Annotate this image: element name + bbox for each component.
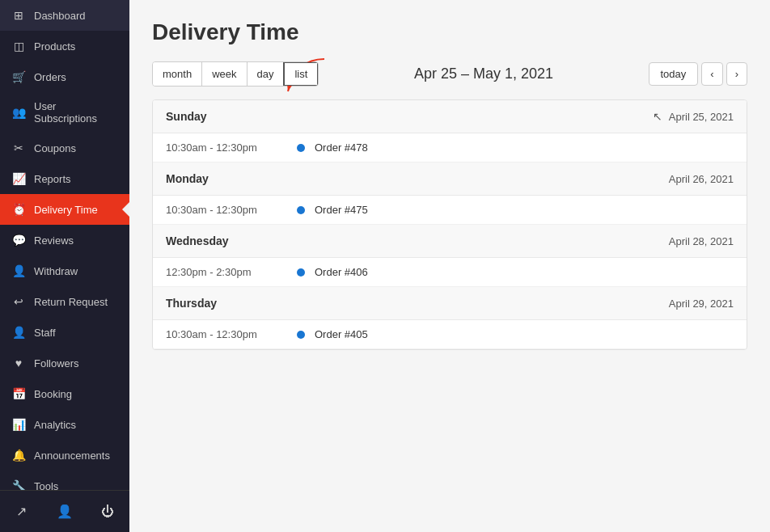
dashboard-icon: ⊞ <box>11 8 26 23</box>
reports-icon: 📈 <box>11 171 26 186</box>
nav-controls: today ‹ › <box>649 62 748 86</box>
sidebar-label-dashboard: Dashboard <box>34 10 86 22</box>
followers-icon: ♥ <box>11 356 26 370</box>
sidebar-label-delivery-time: Delivery Time <box>34 204 98 216</box>
sidebar-label-reports: Reports <box>34 173 71 185</box>
sidebar-item-reports[interactable]: 📈Reports <box>0 163 129 194</box>
day-header-2: WednesdayApril 28, 2021 <box>153 225 747 258</box>
day-name-3: Thursday <box>166 297 217 310</box>
day-name-1: Monday <box>166 172 209 185</box>
event-dot <box>297 144 305 152</box>
sidebar-item-delivery-time[interactable]: ⏰Delivery Time <box>0 194 129 225</box>
orders-icon: 🛒 <box>11 70 26 84</box>
event-time: 10:30am - 12:30pm <box>166 141 287 154</box>
view-tab-day[interactable]: day <box>248 62 285 86</box>
event-row-0-0: 10:30am - 12:30pmOrder #478 <box>153 133 747 163</box>
day-header-0: Sunday↖April 25, 2021 <box>153 100 747 133</box>
event-dot <box>297 206 305 214</box>
event-label: Order #406 <box>315 266 368 278</box>
announcements-icon: 🔔 <box>11 448 26 462</box>
user-profile-button[interactable]: 👤 <box>43 497 86 526</box>
view-tab-list[interactable]: list <box>283 61 319 87</box>
view-tab-week[interactable]: week <box>202 62 247 86</box>
sidebar-label-reviews: Reviews <box>34 234 74 247</box>
sidebar-label-booking: Booking <box>34 388 72 400</box>
day-name-2: Wednesday <box>166 234 229 247</box>
sidebar-footer: ↗ 👤 ⏻ <box>0 490 129 532</box>
reviews-icon: 💬 <box>11 233 26 247</box>
sidebar-item-coupons[interactable]: ✂Coupons <box>0 133 129 163</box>
products-icon: ◫ <box>11 39 26 53</box>
day-header-3: ThursdayApril 29, 2021 <box>153 287 747 320</box>
event-row-2-0: 12:30pm - 2:30pmOrder #406 <box>153 258 747 287</box>
event-time: 10:30am - 12:30pm <box>166 204 287 216</box>
sidebar: ⊞Dashboard◫Products🛒Orders👥User Subscrip… <box>0 0 129 532</box>
today-button[interactable]: today <box>649 62 699 86</box>
sidebar-label-tools: Tools <box>34 480 58 491</box>
day-date-1: April 26, 2021 <box>669 173 734 185</box>
event-time: 12:30pm - 2:30pm <box>166 266 287 278</box>
sidebar-label-orders: Orders <box>34 71 66 83</box>
sidebar-item-staff[interactable]: 👤Staff <box>0 317 129 348</box>
sidebar-label-user-subscriptions: User Subscriptions <box>34 100 118 125</box>
day-header-1: MondayApril 26, 2021 <box>153 163 747 196</box>
sidebar-label-products: Products <box>34 40 75 53</box>
sidebar-item-dashboard[interactable]: ⊞Dashboard <box>0 0 129 31</box>
sidebar-label-announcements: Announcements <box>34 450 110 462</box>
sidebar-item-announcements[interactable]: 🔔Announcements <box>0 440 129 471</box>
day-date-2: April 28, 2021 <box>669 235 734 247</box>
sidebar-label-withdraw: Withdraw <box>34 265 78 277</box>
delivery-time-icon: ⏰ <box>11 202 26 217</box>
date-range: Apr 25 – May 1, 2021 <box>319 65 648 82</box>
booking-icon: 📅 <box>11 386 26 401</box>
sidebar-item-reviews[interactable]: 💬Reviews <box>0 225 129 255</box>
sidebar-item-orders[interactable]: 🛒Orders <box>0 61 129 92</box>
sidebar-nav: ⊞Dashboard◫Products🛒Orders👥User Subscrip… <box>0 0 129 490</box>
event-label: Order #405 <box>315 328 368 340</box>
sidebar-label-coupons: Coupons <box>34 142 76 154</box>
view-tab-month[interactable]: month <box>153 62 202 86</box>
cursor-icon: ↖ <box>653 110 662 123</box>
staff-icon: 👤 <box>11 325 26 340</box>
event-dot <box>297 331 305 339</box>
day-date-0: April 25, 2021 <box>669 111 734 123</box>
event-dot <box>297 268 305 277</box>
event-label: Order #475 <box>315 204 368 216</box>
sidebar-label-analytics: Analytics <box>34 419 76 431</box>
calendar-list: Sunday↖April 25, 202110:30am - 12:30pmOr… <box>152 99 747 350</box>
sidebar-label-staff: Staff <box>34 327 56 339</box>
sidebar-item-withdraw[interactable]: 👤Withdraw <box>0 255 129 286</box>
return-request-icon: ↩ <box>11 294 26 309</box>
withdraw-icon: 👤 <box>11 264 26 278</box>
sidebar-label-followers: Followers <box>34 357 79 369</box>
day-date-3: April 29, 2021 <box>669 298 734 310</box>
event-label: Order #478 <box>315 141 368 154</box>
sidebar-item-tools[interactable]: 🔧Tools <box>0 471 129 490</box>
logout-button[interactable]: ⏻ <box>87 497 129 526</box>
sidebar-item-user-subscriptions[interactable]: 👥User Subscriptions <box>0 92 129 133</box>
calendar-controls: monthweekdaylist Apr 25 – May 1, 2021 to… <box>152 61 747 87</box>
event-row-1-0: 10:30am - 12:30pmOrder #475 <box>153 196 747 225</box>
user-subscriptions-icon: 👥 <box>11 105 26 120</box>
tools-icon: 🔧 <box>11 479 26 490</box>
event-row-3-0: 10:30am - 12:30pmOrder #405 <box>153 320 747 349</box>
analytics-icon: 📊 <box>11 417 26 432</box>
sidebar-item-followers[interactable]: ♥Followers <box>0 348 129 378</box>
coupons-icon: ✂ <box>11 141 26 155</box>
next-button[interactable]: › <box>726 62 747 86</box>
sidebar-item-products[interactable]: ◫Products <box>0 31 129 61</box>
event-time: 10:30am - 12:30pm <box>166 328 287 340</box>
sidebar-item-booking[interactable]: 📅Booking <box>0 378 129 409</box>
page-title: Delivery Time <box>152 19 747 45</box>
view-tabs: monthweekdaylist <box>152 61 319 87</box>
prev-button[interactable]: ‹ <box>701 62 722 86</box>
day-name-0: Sunday <box>166 110 207 123</box>
main-content: Delivery Time monthweekdaylist Apr 25 – … <box>129 0 770 532</box>
external-link-button[interactable]: ↗ <box>0 497 43 526</box>
sidebar-item-return-request[interactable]: ↩Return Request <box>0 286 129 317</box>
sidebar-label-return-request: Return Request <box>34 296 108 308</box>
sidebar-item-analytics[interactable]: 📊Analytics <box>0 409 129 440</box>
